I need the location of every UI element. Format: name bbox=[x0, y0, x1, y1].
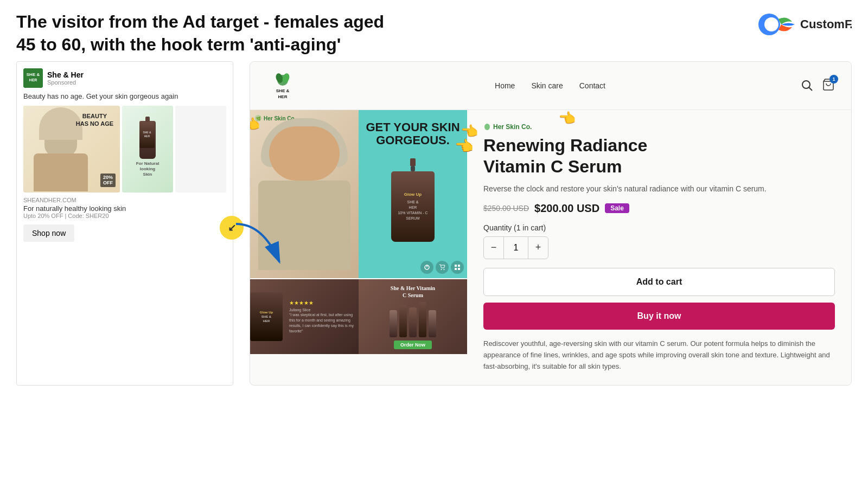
page-header: The visitor from the Ad target - females… bbox=[0, 0, 868, 61]
ad-beauty-text: BEAUTYHAS NO AGE bbox=[76, 112, 113, 128]
svg-point-21 bbox=[444, 269, 445, 270]
svg-line-14 bbox=[809, 87, 812, 91]
svg-text:.ai: .ai bbox=[850, 17, 852, 31]
ad-tagline: Beauty has no age. Get your skin gorgeou… bbox=[23, 92, 226, 100]
svg-text:SHE &: SHE & bbox=[276, 88, 290, 93]
svg-point-13 bbox=[802, 81, 810, 88]
ad-discount-badge: 20%OFF bbox=[100, 174, 116, 188]
her-skin-badge: Her Skin Co. bbox=[483, 123, 835, 131]
ad-promo-code: Upto 20% OFF | Code: SHER20 bbox=[23, 213, 226, 219]
quantity-label: Quantity (1 in cart) bbox=[483, 223, 835, 232]
quantity-control: − 1 + bbox=[483, 236, 548, 259]
order-now-btn[interactable]: Order Now bbox=[394, 341, 432, 349]
thumbnail-review: Glow UpSHE &HER ★★★★★ Juliang Slice"I wa… bbox=[250, 278, 359, 354]
product-badge-row: 👈 Her Skin Co. bbox=[483, 123, 835, 131]
search-icon[interactable] bbox=[801, 80, 813, 92]
shop-now-button[interactable]: Shop now bbox=[23, 224, 74, 242]
product-title: Renewing RadianceVitamin C Serum bbox=[483, 135, 835, 177]
svg-rect-23 bbox=[458, 265, 460, 267]
nav-home[interactable]: Home bbox=[495, 81, 515, 90]
sale-badge: Sale bbox=[605, 203, 629, 213]
store-logo-svg: SHE & HER bbox=[266, 69, 299, 102]
ad-bottle-label: For NaturallookingSkin bbox=[136, 161, 159, 178]
svg-text:SHE &: SHE & bbox=[27, 72, 40, 77]
ad-sponsored: Sponsored bbox=[47, 79, 84, 86]
ad-image-bottle: SHE &HER For NaturallookingSkin bbox=[122, 106, 173, 192]
teal-hand-pointer: 👈 bbox=[455, 137, 474, 155]
ad-brand-info: She & Her Sponsored bbox=[47, 70, 84, 86]
main-content: SHE & HER She & Her Sponsored Beauty has… bbox=[0, 61, 868, 386]
svg-point-20 bbox=[441, 269, 442, 270]
product-action-icons bbox=[420, 261, 464, 274]
ad-images: BEAUTYHAS NO AGE 20%OFF SHE &HER For Nat… bbox=[23, 106, 226, 192]
svg-text:HER: HER bbox=[278, 94, 288, 99]
ecom-panel: 👈 SHE & HER Home Skin care Contact bbox=[250, 61, 852, 386]
ad-header: SHE & HER She & Her Sponsored bbox=[23, 68, 226, 88]
add-to-cart-button[interactable]: Add to cart bbox=[483, 268, 835, 296]
product-description: Reverse the clock and restore your skin'… bbox=[483, 183, 835, 195]
page-headline: The visitor from the Ad target - females… bbox=[16, 11, 396, 56]
cart-badge: 1 bbox=[829, 75, 838, 84]
blue-arrow-svg bbox=[231, 221, 296, 270]
quantity-decrease-button[interactable]: − bbox=[484, 237, 503, 259]
svg-rect-25 bbox=[458, 268, 460, 270]
product-info: 👈 Her Skin Co. Renewing RadianceVitamin … bbox=[467, 110, 851, 385]
ad-website: SHEANDHER.COM bbox=[23, 197, 226, 203]
click-annotation: ↙ bbox=[220, 216, 285, 270]
product-thumbnail-row: 👈 Glow UpSHE &HER ★★★★★ Juliang Slice"I … bbox=[250, 278, 467, 354]
hero-text: GET YOUR SKINGORGEOUS. bbox=[360, 121, 465, 147]
svg-rect-24 bbox=[455, 268, 457, 270]
svg-point-26 bbox=[484, 124, 490, 130]
store-content: 🌿 Her Skin Co. GET YOUR SKINGORGEOUS. bbox=[250, 110, 851, 385]
quantity-value: 1 bbox=[503, 237, 528, 259]
quantity-increase-button[interactable]: + bbox=[528, 237, 548, 259]
svg-text:CustomFit: CustomFit bbox=[800, 17, 852, 31]
store-nav-icons: 1 bbox=[801, 78, 835, 93]
ad-brand-name: She & Her bbox=[47, 70, 84, 79]
cart-icon-wrapper[interactable]: 1 bbox=[822, 78, 835, 93]
cart-small-icon bbox=[436, 261, 449, 274]
price-row: $250.00 USD $200.00 USD Sale bbox=[483, 202, 835, 215]
left-pointer-1: 👈 bbox=[250, 116, 260, 133]
price-original: $250.00 USD bbox=[483, 204, 529, 213]
store-nav-links: Home Skin care Contact bbox=[495, 81, 605, 90]
thumbnail-bottles: She & Her VitaminC Serum Order Now bbox=[359, 278, 467, 354]
ad-bottle: SHE &HER bbox=[139, 121, 156, 159]
ad-image-third bbox=[175, 106, 226, 192]
svg-point-1 bbox=[764, 17, 778, 31]
buy-now-button[interactable]: Buy it now bbox=[483, 303, 835, 330]
ad-brand-icon: SHE & HER bbox=[23, 68, 43, 88]
product-teal-promo: GET YOUR SKINGORGEOUS. 👈 Glow Up SHE &HE… bbox=[359, 110, 467, 278]
grid-icon bbox=[451, 261, 464, 274]
ad-image-woman: BEAUTYHAS NO AGE 20%OFF bbox=[23, 106, 120, 192]
logo-svg: CustomFit .ai bbox=[754, 11, 852, 38]
ad-product-desc: For naturally healthy looking skin bbox=[23, 204, 226, 213]
svg-text:HER: HER bbox=[29, 78, 37, 82]
serum-bottle-display: Glow Up SHE &HER10% VITAMIN - CSERUM bbox=[391, 158, 435, 242]
leaf-icon bbox=[483, 123, 491, 131]
nav-skincare[interactable]: Skin care bbox=[531, 81, 563, 90]
product-long-description: Rediscover youthful, age-reversing skin … bbox=[483, 338, 835, 372]
nav-contact[interactable]: Contact bbox=[579, 81, 605, 90]
store-logo: SHE & HER bbox=[266, 69, 299, 102]
customfit-logo: CustomFit .ai bbox=[754, 11, 852, 38]
svg-rect-22 bbox=[455, 265, 457, 267]
power-icon bbox=[420, 261, 433, 274]
price-current: $200.00 USD bbox=[534, 202, 599, 215]
store-nav: 👈 SHE & HER Home Skin care Contact bbox=[250, 62, 851, 110]
ad-panel: SHE & HER She & Her Sponsored Beauty has… bbox=[16, 61, 233, 386]
